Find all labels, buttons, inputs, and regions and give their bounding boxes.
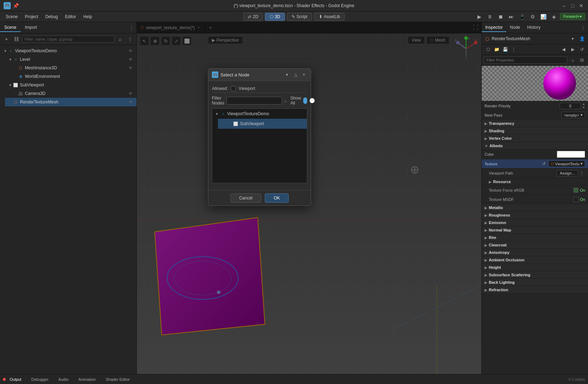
section-resource[interactable]: ▶ Resource (482, 178, 588, 186)
inspector-save-button[interactable]: 💾 (501, 45, 509, 54)
texture-msdf-checkbox[interactable] (573, 197, 578, 202)
filter-properties-input[interactable] (484, 57, 567, 64)
menu-help[interactable]: Help (80, 13, 95, 20)
scene-more-button[interactable]: ⋮ (126, 35, 134, 43)
tree-item-level[interactable]: ▼ ○ Level 👁 (5, 55, 137, 64)
tab-scene[interactable]: Scene (0, 23, 21, 32)
color-swatch[interactable] (557, 151, 585, 158)
expand-arrow-4[interactable]: ▼ (8, 82, 13, 87)
modal-close-button[interactable]: × (301, 71, 307, 78)
inspector-folder-button[interactable]: 📁 (492, 45, 501, 54)
section-clearcoat[interactable]: ▶ Clearcoat (482, 241, 588, 249)
section-subsurface-scattering[interactable]: ▶ Subsurface Scattering (482, 271, 588, 279)
eye-icon-0[interactable]: 👁 (127, 48, 134, 54)
section-normal-map[interactable]: ▶ Normal Map (482, 226, 588, 234)
ok-button[interactable]: OK (265, 193, 289, 203)
filter-search-icon[interactable]: ⌕ (569, 56, 577, 64)
tab-import[interactable]: Import (21, 23, 41, 32)
modal-tree-item-root[interactable]: ▼ ○ ViewportTextureDemo (212, 109, 307, 119)
mode-script-button[interactable]: ✎ Script (287, 13, 312, 21)
section-vertex-color[interactable]: ▶ Vertex Color (482, 135, 588, 142)
play-button[interactable]: ▶ (475, 12, 484, 21)
section-height[interactable]: ▶ Height (482, 264, 588, 271)
tab-output[interactable]: Output (7, 377, 24, 382)
tree-item-camera3d[interactable]: ▶ 🎥 Camera3D 👁 (10, 89, 137, 98)
tree-item-rendertexturemesh[interactable]: ▶ ⬡ RenderTextureMesh 👁 (5, 98, 137, 106)
eye-icon-5[interactable]: 👁 (127, 90, 134, 97)
filter-nodes-input[interactable] (226, 97, 282, 105)
show-all-toggle[interactable] (303, 97, 307, 104)
tab-node[interactable]: Node (506, 23, 524, 32)
tab-debugger[interactable]: Debugger (28, 377, 51, 382)
renderer-settings-button[interactable]: ⚙ (528, 12, 537, 21)
section-emission[interactable]: ▶ Emission (482, 219, 588, 226)
section-metallic[interactable]: ▶ Metallic (482, 204, 588, 212)
inspector-back-button[interactable]: ⬡ (484, 45, 492, 54)
inspector-refresh-button[interactable]: ↺ (578, 46, 586, 53)
eye-icon-6[interactable]: 👁 (127, 99, 134, 105)
inspector-more-button[interactable]: ⋮ (578, 25, 588, 30)
maximize-button[interactable]: □ (570, 2, 576, 9)
section-shading[interactable]: ▶ Shading (482, 127, 588, 135)
allowed-checkbox[interactable] (231, 86, 236, 91)
mode-3d-button[interactable]: ⬡ 3D (265, 13, 285, 21)
texture-msdf-toggle[interactable]: On (573, 197, 585, 202)
menu-project[interactable]: Project (22, 13, 41, 20)
modal-minimize-button[interactable]: ▾ (284, 71, 290, 78)
stop-button[interactable]: ⏹ (496, 12, 505, 21)
modal-maximize-button[interactable]: △ (292, 71, 299, 78)
render-mode-button[interactable]: Forward+▾ (560, 13, 585, 20)
inspector-more-actions-button[interactable]: ⋮ (509, 45, 518, 54)
add-node-button[interactable]: + (2, 35, 11, 43)
link-node-button[interactable]: ⛓ (12, 35, 21, 43)
tree-item-worldenvironment[interactable]: ▶ ⊕ WorldEnvironment 👁 (10, 72, 137, 81)
render-priority-stepper[interactable]: ▲ ▼ (582, 102, 585, 109)
profiler-button[interactable]: 📊 (539, 12, 548, 21)
close-button[interactable]: ✕ (578, 2, 584, 9)
section-anisotropy[interactable]: ▶ Anisotropy (482, 249, 588, 256)
texture-force-srgb-checkbox[interactable] (573, 188, 578, 193)
expand-arrow-1[interactable]: ▼ (8, 57, 13, 62)
menu-scene[interactable]: Scene (3, 13, 21, 20)
tree-item-subviewport[interactable]: ▼ ⬜ SubViewport 👁 (5, 81, 137, 89)
eye-icon-1[interactable]: 👁 (127, 56, 134, 63)
texture-refresh-button[interactable]: ↺ (540, 161, 547, 167)
section-albedo[interactable]: ▼ Albedo (482, 142, 588, 150)
shader-button[interactable]: ◈ (549, 12, 558, 21)
mode-2d-button[interactable]: ⇄ 2D (243, 13, 263, 21)
menu-debug[interactable]: Debug (42, 13, 60, 20)
tree-item-meshinstance3d[interactable]: ▶ ⬡ MeshInstance3D 👁 (10, 64, 137, 72)
tab-audio[interactable]: Audio (55, 377, 71, 382)
menu-editor[interactable]: Editor (62, 13, 79, 20)
render-priority-input[interactable]: 0 (560, 103, 581, 109)
filter-options-button[interactable]: ⊟ (578, 56, 586, 64)
eye-icon-2[interactable]: 👁 (127, 65, 134, 71)
modal-tree-item-subviewport[interactable]: ▶ ⬜ SubViewport (218, 119, 307, 129)
section-roughness[interactable]: ▶ Roughness (482, 212, 588, 219)
tab-inspector[interactable]: Inspector (482, 23, 506, 32)
deploy-button[interactable]: 📱 (517, 12, 526, 21)
pause-button[interactable]: ⏸ (485, 12, 495, 21)
inspector-expand-button[interactable]: ▾ (569, 35, 577, 43)
section-refraction[interactable]: ▶ Refraction (482, 286, 588, 294)
cancel-button[interactable]: Cancel (230, 193, 261, 203)
inspector-next-button[interactable]: ▶ (569, 46, 577, 53)
tab-history[interactable]: History (524, 23, 544, 32)
minimize-button[interactable]: – (561, 2, 567, 9)
inspector-script-button[interactable]: 👤 (578, 35, 586, 43)
viewport-path-assign-button[interactable]: Assign... (557, 170, 578, 176)
expand-arrow-0[interactable]: ▼ (3, 48, 8, 53)
tab-animation[interactable]: Animation (76, 377, 99, 382)
texture-force-srgb-toggle[interactable]: On (573, 188, 585, 193)
next-pass-dropdown[interactable]: <empty> ▾ (561, 112, 585, 118)
tree-item-viewporttexturedemo[interactable]: ▼ ○ ViewportTextureDemo 👁 (0, 47, 137, 55)
tab-shader-editor[interactable]: Shader Editor (103, 377, 132, 382)
mode-assetlib-button[interactable]: ⬇ AssetLib (314, 13, 345, 21)
section-ambient-occlusion[interactable]: ▶ Ambient Occlusion (482, 256, 588, 264)
section-rim[interactable]: ▶ Rim (482, 234, 588, 241)
panel-more-button[interactable]: ⋮ (127, 25, 137, 30)
texture-type-dropdown[interactable]: ⬡ ViewportTextu ▾ (548, 160, 585, 167)
viewport-path-more-button[interactable]: ⋮ (578, 170, 585, 177)
step-button[interactable]: ⏭ (507, 12, 516, 21)
scene-search-button[interactable]: ⌕ (116, 35, 124, 43)
